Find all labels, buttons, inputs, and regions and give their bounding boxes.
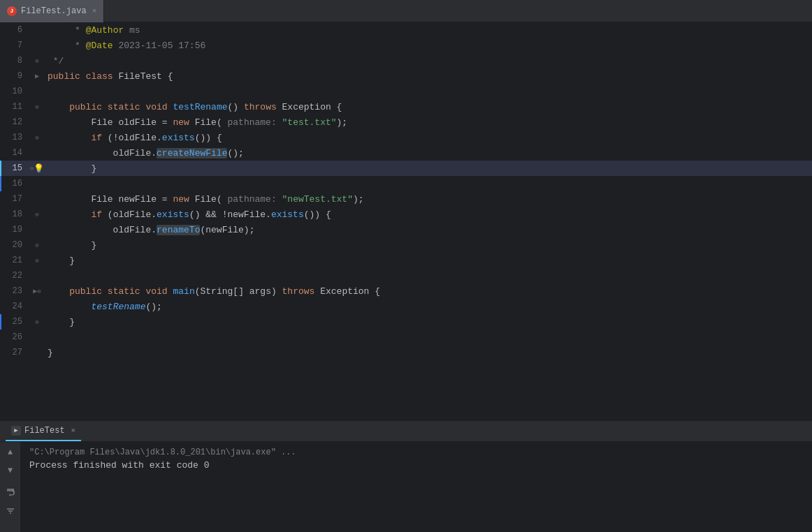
line-num-12: 12 bbox=[0, 117, 29, 127]
code-content-13: if (!oldFile.exists()) { bbox=[45, 133, 812, 143]
gutter-25: ⊖ bbox=[29, 318, 45, 326]
code-line-15: 15 ⊖ 💡 } bbox=[0, 161, 812, 176]
line-num-19: 19 bbox=[0, 225, 29, 235]
code-content-7: * @Date 2023-11-05 17:56 bbox=[45, 40, 812, 51]
line-num-13: 13 bbox=[0, 133, 29, 142]
code-content-20: } bbox=[45, 240, 812, 251]
code-content-19: oldFile.renameTo(newFile); bbox=[45, 225, 812, 235]
bottom-main: ▲ ▼ "C:\Program Files\Java\jdk1.8.0_201\… bbox=[0, 442, 812, 532]
code-content-17: File newFile = new File( pathname: "newT… bbox=[45, 194, 812, 205]
line-num-10: 10 bbox=[0, 87, 29, 96]
code-content-15: } bbox=[45, 163, 812, 174]
code-line-11: 11 ⊖ public static void testRename() thr… bbox=[0, 99, 812, 114]
gutter-8: ⊖ bbox=[29, 57, 45, 65]
bottom-left-controls: ▲ ▼ bbox=[0, 442, 21, 532]
bottom-content: "C:\Program Files\Java\jdk1.8.0_201\bin\… bbox=[21, 442, 812, 532]
code-line-10: 10 bbox=[0, 84, 812, 99]
bottom-panel: ▶ FileTest × ▲ ▼ "C:\Program Files\J bbox=[0, 420, 812, 532]
line-num-9: 9 bbox=[0, 71, 29, 81]
code-content-24: testRename(); bbox=[45, 302, 812, 312]
tab-filtest-java[interactable]: J FileTest.java × bbox=[0, 0, 104, 22]
line-num-8: 8 bbox=[0, 56, 29, 66]
left-indicator-16 bbox=[0, 176, 1, 191]
gutter-11: ⊖ bbox=[29, 103, 45, 111]
tab-filename: FileTest.java bbox=[21, 6, 87, 16]
code-line-19: 19 oldFile.renameTo(newFile); bbox=[0, 222, 812, 237]
gutter-15: ⊖ 💡 bbox=[29, 163, 45, 174]
code-line-7: 7 * @Date 2023-11-05 17:56 bbox=[0, 38, 812, 53]
wrap-button[interactable] bbox=[3, 484, 18, 499]
code-line-27: 27 } bbox=[0, 345, 812, 360]
code-content-23: public static void main(String[] args) t… bbox=[45, 286, 812, 297]
line-num-24: 24 bbox=[0, 302, 29, 311]
fold-icon-23b[interactable]: ⊖ bbox=[37, 288, 41, 295]
fold-icon-25[interactable]: ⊖ bbox=[35, 318, 38, 326]
line-num-17: 17 bbox=[0, 194, 29, 204]
code-content-8: */ bbox=[45, 56, 812, 66]
code-line-18: 18 ⊖ if (oldFile.exists() && !newFile.ex… bbox=[0, 207, 812, 222]
gutter-9: ▶ bbox=[29, 72, 45, 80]
bottom-tab-filetest[interactable]: ▶ FileTest × bbox=[6, 422, 81, 441]
scroll-up-button[interactable]: ▲ bbox=[3, 445, 18, 460]
code-line-22: 22 bbox=[0, 268, 812, 283]
code-line-8: 8 ⊖ */ bbox=[0, 53, 812, 68]
line-num-14: 14 bbox=[0, 148, 29, 158]
process-output: Process finished with exit code 0 bbox=[29, 460, 804, 471]
line-num-23: 23 bbox=[0, 286, 29, 296]
code-content-25: } bbox=[45, 317, 812, 327]
gutter-21: ⊖ bbox=[29, 257, 45, 265]
fold-icon-8[interactable]: ⊖ bbox=[35, 57, 38, 65]
code-content-27: } bbox=[45, 348, 812, 358]
code-content-21: } bbox=[45, 256, 812, 266]
code-line-23: 23 ▶ ⊖ public static void main(String[] … bbox=[0, 283, 812, 299]
code-editor[interactable]: 6 * @Author ms 7 * @Date 2023-11-05 17:5… bbox=[0, 22, 812, 420]
fold-arrow-9[interactable]: ▶ bbox=[35, 72, 39, 80]
gutter-13: ⊖ bbox=[29, 134, 45, 142]
fold-icon-20[interactable]: ⊖ bbox=[35, 242, 38, 249]
lightbulb-icon-15[interactable]: 💡 bbox=[34, 163, 44, 174]
tab-close-icon[interactable]: × bbox=[92, 7, 97, 15]
fold-icon-13[interactable]: ⊖ bbox=[35, 134, 38, 142]
left-indicator-25 bbox=[0, 314, 1, 330]
bottom-tab-label: FileTest bbox=[24, 426, 65, 436]
line-num-6: 6 bbox=[0, 25, 29, 35]
code-lines: 6 * @Author ms 7 * @Date 2023-11-05 17:5… bbox=[0, 22, 812, 420]
line-num-27: 27 bbox=[0, 348, 29, 357]
tab-bar: J FileTest.java × bbox=[0, 0, 812, 22]
code-line-14: 14 oldFile.createNewFile(); bbox=[0, 145, 812, 161]
editor-area: 6 * @Author ms 7 * @Date 2023-11-05 17:5… bbox=[0, 22, 812, 420]
code-line-12: 12 File oldFile = new File( pathname: "t… bbox=[0, 114, 812, 130]
gutter-23: ▶ ⊖ bbox=[29, 287, 45, 295]
code-line-13: 13 ⊖ if (!oldFile.exists()) { bbox=[0, 130, 812, 145]
code-content-18: if (oldFile.exists() && !newFile.exists(… bbox=[45, 209, 812, 220]
line-num-25: 25 bbox=[0, 317, 29, 327]
code-line-20: 20 ⊖ } bbox=[0, 237, 812, 253]
code-content-12: File oldFile = new File( pathname: "test… bbox=[45, 117, 812, 128]
line-num-18: 18 bbox=[0, 209, 29, 219]
fold-icon-11[interactable]: ⊖ bbox=[35, 103, 38, 111]
gutter-20: ⊖ bbox=[29, 242, 45, 249]
bottom-tab-close[interactable]: × bbox=[71, 427, 76, 435]
code-line-6: 6 * @Author ms bbox=[0, 22, 812, 38]
code-line-17: 17 File newFile = new File( pathname: "n… bbox=[0, 191, 812, 207]
line-num-11: 11 bbox=[0, 102, 29, 112]
line-num-22: 22 bbox=[0, 271, 29, 281]
code-content-14: oldFile.createNewFile(); bbox=[45, 148, 812, 158]
line-num-20: 20 bbox=[0, 240, 29, 250]
code-content-11: public static void testRename() throws E… bbox=[45, 102, 812, 112]
line-num-26: 26 bbox=[0, 332, 29, 342]
fold-icon-18[interactable]: ⊖ bbox=[35, 211, 38, 219]
scroll-down-button[interactable]: ▼ bbox=[3, 463, 18, 478]
fold-icon-21[interactable]: ⊖ bbox=[35, 257, 38, 265]
line-num-21: 21 bbox=[0, 256, 29, 265]
java-file-icon: J bbox=[7, 6, 17, 16]
line-num-16: 16 bbox=[0, 179, 29, 189]
code-line-9: 9 ▶ public class FileTest { bbox=[0, 68, 812, 84]
bottom-tabs: ▶ FileTest × bbox=[0, 421, 812, 442]
run-icon: ▶ bbox=[11, 426, 21, 436]
code-line-21: 21 ⊖ } bbox=[0, 253, 812, 268]
filter-button[interactable] bbox=[3, 503, 18, 519]
gutter-18: ⊖ bbox=[29, 211, 45, 219]
run-path: "C:\Program Files\Java\jdk1.8.0_201\bin\… bbox=[29, 448, 804, 457]
code-line-25: 25 ⊖ } bbox=[0, 314, 812, 330]
